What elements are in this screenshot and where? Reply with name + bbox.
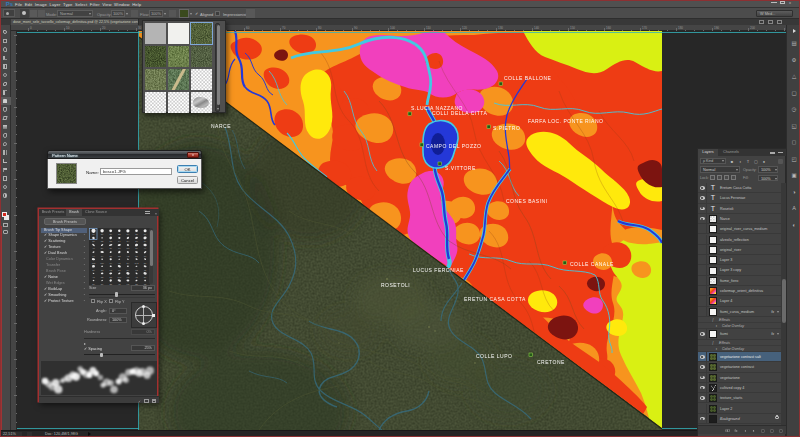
svg-text:NARCE: NARCE (211, 123, 231, 129)
svg-text:ERETUN CASA COTTA: ERETUN CASA COTTA (464, 296, 526, 302)
svg-text:S.PIETRO: S.PIETRO (493, 125, 520, 131)
svg-text:LUCUS FERONIAE: LUCUS FERONIAE (413, 267, 464, 273)
svg-text:FARFA LOC. PONTE RIANO: FARFA LOC. PONTE RIANO (528, 118, 603, 124)
svg-text:ROSETOLI: ROSETOLI (381, 282, 410, 288)
svg-text:S.VITTORE: S.VITTORE (445, 165, 476, 171)
svg-text:CAMPO DEL POZZO: CAMPO DEL POZZO (426, 143, 481, 149)
svg-text:COLLE CANALE: COLLE CANALE (570, 261, 614, 267)
svg-text:CRETONE: CRETONE (537, 359, 565, 365)
svg-text:COLLE LUPO: COLLE LUPO (476, 353, 512, 359)
svg-text:COLLE BALLONE: COLLE BALLONE (504, 75, 552, 81)
svg-text:COLLI DELLA CITTA: COLLI DELLA CITTA (432, 110, 488, 116)
svg-text:CONES BASINI: CONES BASINI (506, 198, 548, 204)
